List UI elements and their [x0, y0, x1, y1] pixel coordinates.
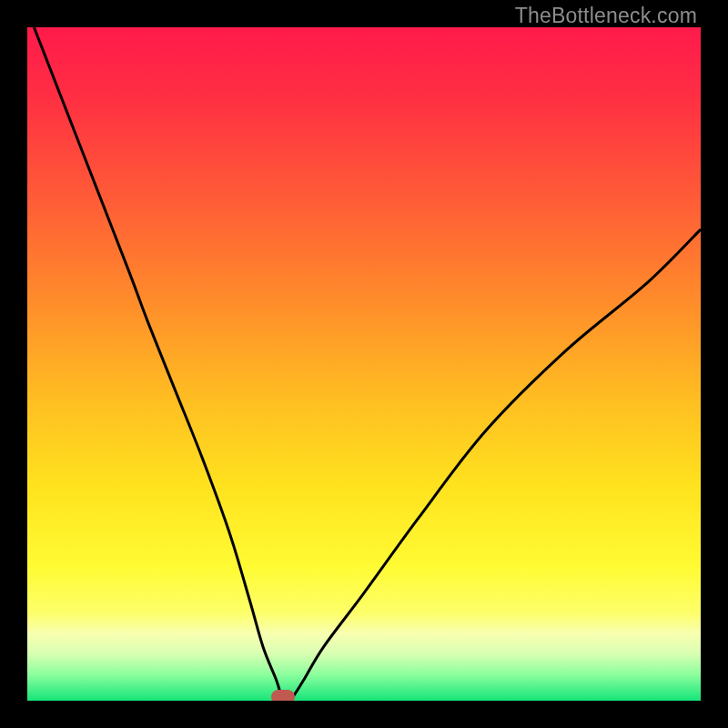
bottleneck-curve [27, 27, 701, 701]
minimum-marker [271, 690, 295, 701]
watermark-text: TheBottleneck.com [515, 4, 697, 28]
plot-area [27, 27, 701, 701]
curve-path [34, 27, 701, 701]
outer-frame: TheBottleneck.com [0, 0, 728, 728]
